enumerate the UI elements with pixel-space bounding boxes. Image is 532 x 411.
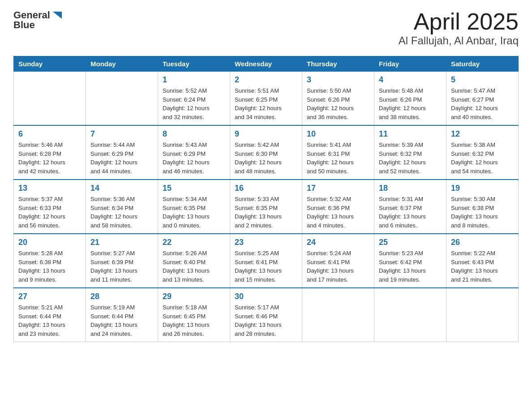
calendar-table: SundayMondayTuesdayWednesdayThursdayFrid… xyxy=(13,56,519,342)
calendar-cell: 18Sunrise: 5:31 AM Sunset: 6:37 PM Dayli… xyxy=(374,180,446,234)
calendar-cell: 8Sunrise: 5:43 AM Sunset: 6:29 PM Daylig… xyxy=(158,125,230,180)
day-info: Sunrise: 5:42 AM Sunset: 6:30 PM Dayligh… xyxy=(235,141,297,176)
calendar-week-row: 20Sunrise: 5:28 AM Sunset: 6:38 PM Dayli… xyxy=(14,234,519,288)
day-info: Sunrise: 5:24 AM Sunset: 6:41 PM Dayligh… xyxy=(307,249,369,284)
calendar-cell xyxy=(446,288,519,342)
day-number: 17 xyxy=(307,184,369,193)
day-info: Sunrise: 5:48 AM Sunset: 6:26 PM Dayligh… xyxy=(379,86,442,121)
day-info: Sunrise: 5:27 AM Sunset: 6:39 PM Dayligh… xyxy=(90,249,153,284)
day-info: Sunrise: 5:51 AM Sunset: 6:25 PM Dayligh… xyxy=(235,86,297,121)
calendar-week-row: 13Sunrise: 5:37 AM Sunset: 6:33 PM Dayli… xyxy=(14,180,519,234)
day-info: Sunrise: 5:26 AM Sunset: 6:40 PM Dayligh… xyxy=(163,249,225,284)
header-thursday: Thursday xyxy=(302,56,374,72)
calendar-cell: 1Sunrise: 5:52 AM Sunset: 6:24 PM Daylig… xyxy=(158,72,230,126)
calendar-cell: 9Sunrise: 5:42 AM Sunset: 6:30 PM Daylig… xyxy=(230,125,302,180)
calendar-cell: 24Sunrise: 5:24 AM Sunset: 6:41 PM Dayli… xyxy=(302,234,374,288)
day-info: Sunrise: 5:17 AM Sunset: 6:46 PM Dayligh… xyxy=(235,303,297,338)
day-number: 24 xyxy=(307,238,369,247)
calendar-cell: 28Sunrise: 5:19 AM Sunset: 6:44 PM Dayli… xyxy=(86,288,158,342)
day-info: Sunrise: 5:19 AM Sunset: 6:44 PM Dayligh… xyxy=(90,303,153,338)
svg-marker-0 xyxy=(53,12,62,19)
calendar-week-row: 27Sunrise: 5:21 AM Sunset: 6:44 PM Dayli… xyxy=(14,288,519,342)
day-number: 29 xyxy=(163,292,225,301)
logo-triangle-icon xyxy=(51,9,64,21)
month-title: April 2025 xyxy=(399,9,519,34)
day-info: Sunrise: 5:43 AM Sunset: 6:29 PM Dayligh… xyxy=(163,141,225,176)
calendar-cell xyxy=(14,72,86,126)
day-info: Sunrise: 5:23 AM Sunset: 6:42 PM Dayligh… xyxy=(379,249,442,284)
calendar-cell: 7Sunrise: 5:44 AM Sunset: 6:29 PM Daylig… xyxy=(86,125,158,180)
day-info: Sunrise: 5:28 AM Sunset: 6:38 PM Dayligh… xyxy=(18,249,81,284)
calendar-cell: 5Sunrise: 5:47 AM Sunset: 6:27 PM Daylig… xyxy=(446,72,519,126)
calendar-cell: 12Sunrise: 5:38 AM Sunset: 6:32 PM Dayli… xyxy=(446,125,519,180)
day-number: 7 xyxy=(90,129,153,139)
day-number: 13 xyxy=(18,184,81,193)
calendar-cell: 19Sunrise: 5:30 AM Sunset: 6:38 PM Dayli… xyxy=(446,180,519,234)
day-number: 27 xyxy=(18,292,81,301)
day-number: 21 xyxy=(90,238,153,247)
calendar-cell xyxy=(86,72,158,126)
day-info: Sunrise: 5:36 AM Sunset: 6:34 PM Dayligh… xyxy=(90,195,153,230)
logo-text-blue: Blue xyxy=(13,19,35,30)
day-number: 5 xyxy=(451,75,514,85)
calendar-cell: 21Sunrise: 5:27 AM Sunset: 6:39 PM Dayli… xyxy=(86,234,158,288)
title-area: April 2025 Al Fallujah, Al Anbar, Iraq xyxy=(399,9,519,47)
day-number: 18 xyxy=(379,184,442,193)
day-number: 2 xyxy=(235,75,297,85)
day-info: Sunrise: 5:18 AM Sunset: 6:45 PM Dayligh… xyxy=(163,303,225,338)
day-number: 4 xyxy=(379,75,442,85)
calendar-header-row: SundayMondayTuesdayWednesdayThursdayFrid… xyxy=(14,56,519,72)
day-info: Sunrise: 5:37 AM Sunset: 6:33 PM Dayligh… xyxy=(18,195,81,230)
calendar-cell: 3Sunrise: 5:50 AM Sunset: 6:26 PM Daylig… xyxy=(302,72,374,126)
day-number: 20 xyxy=(18,238,81,247)
calendar-cell: 2Sunrise: 5:51 AM Sunset: 6:25 PM Daylig… xyxy=(230,72,302,126)
day-info: Sunrise: 5:32 AM Sunset: 6:36 PM Dayligh… xyxy=(307,195,369,230)
header-sunday: Sunday xyxy=(14,56,86,72)
day-number: 22 xyxy=(163,238,225,247)
day-number: 9 xyxy=(235,129,297,139)
calendar-cell: 15Sunrise: 5:34 AM Sunset: 6:35 PM Dayli… xyxy=(158,180,230,234)
calendar-cell: 20Sunrise: 5:28 AM Sunset: 6:38 PM Dayli… xyxy=(14,234,86,288)
day-number: 1 xyxy=(163,75,225,85)
day-number: 25 xyxy=(379,238,442,247)
location-subtitle: Al Fallujah, Al Anbar, Iraq xyxy=(399,34,519,47)
day-info: Sunrise: 5:39 AM Sunset: 6:32 PM Dayligh… xyxy=(379,141,442,176)
day-info: Sunrise: 5:30 AM Sunset: 6:38 PM Dayligh… xyxy=(451,195,514,230)
day-info: Sunrise: 5:25 AM Sunset: 6:41 PM Dayligh… xyxy=(235,249,297,284)
day-number: 14 xyxy=(90,184,153,193)
header-wednesday: Wednesday xyxy=(230,56,302,72)
page-header: General Blue April 2025 Al Fallujah, Al … xyxy=(13,9,519,47)
day-info: Sunrise: 5:38 AM Sunset: 6:32 PM Dayligh… xyxy=(451,141,514,176)
day-number: 6 xyxy=(18,129,81,139)
day-number: 19 xyxy=(451,184,514,193)
header-tuesday: Tuesday xyxy=(158,56,230,72)
calendar-cell: 29Sunrise: 5:18 AM Sunset: 6:45 PM Dayli… xyxy=(158,288,230,342)
day-number: 30 xyxy=(235,292,297,301)
day-info: Sunrise: 5:22 AM Sunset: 6:43 PM Dayligh… xyxy=(451,249,514,284)
day-info: Sunrise: 5:46 AM Sunset: 6:28 PM Dayligh… xyxy=(18,141,81,176)
day-info: Sunrise: 5:33 AM Sunset: 6:35 PM Dayligh… xyxy=(235,195,297,230)
calendar-cell: 22Sunrise: 5:26 AM Sunset: 6:40 PM Dayli… xyxy=(158,234,230,288)
day-info: Sunrise: 5:41 AM Sunset: 6:31 PM Dayligh… xyxy=(307,141,369,176)
header-saturday: Saturday xyxy=(446,56,519,72)
calendar-cell: 25Sunrise: 5:23 AM Sunset: 6:42 PM Dayli… xyxy=(374,234,446,288)
day-info: Sunrise: 5:52 AM Sunset: 6:24 PM Dayligh… xyxy=(163,86,225,121)
calendar-cell: 17Sunrise: 5:32 AM Sunset: 6:36 PM Dayli… xyxy=(302,180,374,234)
calendar-cell: 27Sunrise: 5:21 AM Sunset: 6:44 PM Dayli… xyxy=(14,288,86,342)
day-number: 3 xyxy=(307,75,369,85)
logo: General Blue xyxy=(13,9,64,30)
calendar-cell: 26Sunrise: 5:22 AM Sunset: 6:43 PM Dayli… xyxy=(446,234,519,288)
calendar-cell: 13Sunrise: 5:37 AM Sunset: 6:33 PM Dayli… xyxy=(14,180,86,234)
day-info: Sunrise: 5:21 AM Sunset: 6:44 PM Dayligh… xyxy=(18,303,81,338)
calendar-cell: 10Sunrise: 5:41 AM Sunset: 6:31 PM Dayli… xyxy=(302,125,374,180)
calendar-cell: 16Sunrise: 5:33 AM Sunset: 6:35 PM Dayli… xyxy=(230,180,302,234)
calendar-cell xyxy=(374,288,446,342)
header-friday: Friday xyxy=(374,56,446,72)
day-info: Sunrise: 5:34 AM Sunset: 6:35 PM Dayligh… xyxy=(163,195,225,230)
calendar-cell xyxy=(302,288,374,342)
day-number: 28 xyxy=(90,292,153,301)
day-info: Sunrise: 5:47 AM Sunset: 6:27 PM Dayligh… xyxy=(451,86,514,121)
header-monday: Monday xyxy=(86,56,158,72)
calendar-cell: 6Sunrise: 5:46 AM Sunset: 6:28 PM Daylig… xyxy=(14,125,86,180)
calendar-cell: 4Sunrise: 5:48 AM Sunset: 6:26 PM Daylig… xyxy=(374,72,446,126)
